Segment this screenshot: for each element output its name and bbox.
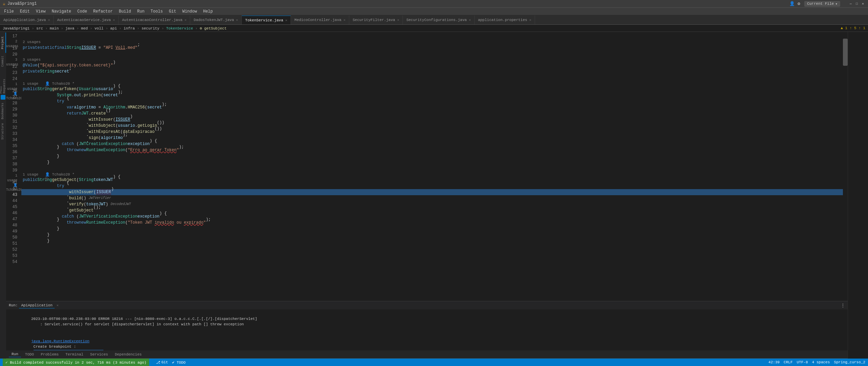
menu-tools[interactable]: Tools [148, 8, 165, 15]
warning-count[interactable]: ▲ 1 ↑ 5 ↑ 1 [841, 26, 865, 30]
line-num: 50 [6, 235, 20, 241]
tab-close-icon[interactable]: ✕ [236, 18, 238, 22]
menu-git[interactable]: Git [166, 8, 179, 15]
bottom-tab-services[interactable]: Services [87, 352, 111, 357]
line-num: 49 [6, 228, 20, 235]
panel-commit[interactable]: Commit [0, 53, 6, 70]
exception-link[interactable]: java.lang.RuntimeException [31, 339, 90, 343]
code-line: @Value("${api.security.token.secret}") [21, 62, 843, 68]
menu-navigate[interactable]: Navigate [49, 8, 74, 15]
menu-code[interactable]: Code [75, 8, 90, 15]
line-num: 34 [6, 137, 20, 143]
status-todo[interactable]: ✔ TODO [172, 360, 186, 365]
code-line: try { [21, 183, 843, 189]
terminal-error-line: 2023-10-05T00:09:40.238-03:00 ERROR 1821… [9, 311, 845, 332]
menu-window[interactable]: Window [180, 8, 200, 15]
tab-close-icon[interactable]: ✕ [397, 18, 399, 22]
panel-structure[interactable]: Structure [0, 121, 6, 142]
tab-api-application[interactable]: ApiApplication.java ✕ [0, 16, 54, 24]
tab-close-icon[interactable]: ✕ [48, 18, 50, 22]
menu-run[interactable]: Run [134, 8, 147, 15]
tab-security-filter[interactable]: SecurityFilter.java ✕ [349, 16, 403, 24]
editor-area: 17 2 usages 19 20 3 usages 22 23 24 1 us… [6, 32, 848, 359]
status-encoding[interactable]: UTF-8 [797, 360, 808, 364]
app-instance-tab[interactable]: ApiApplication [19, 303, 54, 308]
title-bar-controls[interactable]: 👤 ⚙ Current File ▾ — □ ✕ [789, 1, 865, 7]
menu-help[interactable]: Help [200, 8, 216, 15]
run-toolbar: ⋮ [841, 303, 845, 308]
current-file-button[interactable]: Current File ▾ [804, 1, 840, 7]
status-profile[interactable]: Spring_curso_2 [834, 360, 865, 364]
code-line [21, 75, 843, 81]
tab-autenticacao-service[interactable]: AutenticacaoService.java ✕ [54, 16, 118, 24]
tab-close-icon[interactable]: ✕ [343, 18, 346, 22]
code-editor: 17 2 usages 19 20 3 usages 22 23 24 1 us… [6, 32, 848, 301]
tab-medico-controller[interactable]: MedicoController.java ✕ [291, 16, 349, 24]
code-line: } catch (JWTCreationException exception)… [21, 141, 843, 147]
bottom-tab-todo[interactable]: TODO [22, 352, 37, 357]
code-line: ▶ [21, 33, 843, 39]
code-content: ▶ 2 usages private static final String I… [21, 32, 843, 301]
code-line: System.out.println(secret); [21, 92, 843, 98]
close-button[interactable]: ✕ [861, 1, 865, 6]
panel-pull-requests[interactable]: Pull Requests [0, 70, 6, 94]
menu-edit[interactable]: Edit [17, 8, 33, 15]
user-icon[interactable]: 👤 [789, 1, 795, 6]
status-line-ending[interactable]: CRLF [784, 360, 792, 364]
left-panels: Project Commit Pull Requests Bookmarks S… [0, 32, 6, 359]
run-toolbar-icon[interactable]: ⋮ [841, 303, 845, 308]
line-num: 30 [6, 113, 20, 119]
tab-bar: ApiApplication.java ✕ AutenticacaoServic… [0, 15, 868, 24]
bottom-tab-dependencies[interactable]: Dependencies [112, 352, 144, 357]
line-num: 33 [6, 131, 20, 137]
code-line: var algoritmo = Algorithm.HMAC256(secret… [21, 104, 843, 110]
tab-security-configurations[interactable]: SecurityConfigurations.java ✕ [403, 16, 474, 24]
bottom-tab-run[interactable]: Run [9, 351, 21, 357]
title-bar-title: Java&Spring1 [7, 1, 37, 6]
menu-build[interactable]: Build [116, 8, 134, 15]
bottom-tab-problems[interactable]: Problems [38, 352, 61, 357]
status-position[interactable]: 42:39 [768, 360, 780, 364]
tab-label: AutenticacaoController.java [122, 18, 182, 22]
menu-refactor[interactable]: Refactor [91, 8, 116, 15]
app-logo-icon: ☕ [3, 1, 5, 6]
tab-application-properties[interactable]: application.properties ✕ [475, 16, 535, 24]
line-num: 32 [6, 125, 20, 131]
code-line: .verify(tokenJWT) DecodedJWT [21, 201, 843, 207]
tab-dados-token[interactable]: DadosTokenJWT.java ✕ [190, 16, 242, 24]
bottom-tab-terminal[interactable]: Terminal [63, 352, 86, 357]
toolbar: Java&Spring1 › src › main › java › med ›… [0, 24, 868, 32]
status-git[interactable]: ⎇ Git [156, 360, 168, 365]
minimap [848, 32, 868, 359]
panel-bookmarks[interactable]: Bookmarks [0, 101, 6, 121]
scroll-thumb[interactable] [843, 39, 848, 66]
right-scrollbar[interactable] [843, 32, 848, 301]
line-num: 44 [6, 198, 20, 204]
tab-close-icon[interactable]: ✕ [285, 18, 287, 22]
tab-label: ApiApplication.java [3, 18, 46, 22]
code-line: private static final String ISSUER = "AP… [21, 45, 843, 51]
line-num: 1 usage 👤Tchako20 [6, 174, 20, 180]
tab-close-icon[interactable]: ✕ [469, 18, 471, 22]
tab-token-service[interactable]: TokenService.java ✕ [242, 16, 291, 24]
line-num: 37 [6, 155, 20, 161]
menu-view[interactable]: View [33, 8, 48, 15]
maximize-button[interactable]: □ [854, 1, 859, 6]
status-indent[interactable]: 4 spaces [812, 360, 830, 364]
code-line [21, 165, 843, 171]
line-num: 47 [6, 216, 20, 222]
tab-label: AutenticacaoService.java [57, 18, 111, 22]
tab-close-icon[interactable]: ✕ [529, 18, 531, 22]
settings-icon[interactable]: ⚙ [797, 1, 800, 6]
line-num: 17 [6, 33, 20, 39]
close-run-tab-icon[interactable]: ✕ [57, 303, 59, 307]
minimize-button[interactable]: — [848, 1, 853, 6]
line-num: 31 [6, 119, 20, 125]
menu-file[interactable]: File [1, 8, 17, 15]
tab-close-icon[interactable]: ✕ [113, 18, 115, 22]
tab-autenticacao-controller[interactable]: AutenticacaoController.java ✕ [119, 16, 190, 24]
code-line: private String secret; [21, 68, 843, 75]
panel-project[interactable]: Project [0, 33, 6, 53]
line-num: 24 [6, 76, 20, 82]
tab-close-icon[interactable]: ✕ [184, 18, 186, 22]
